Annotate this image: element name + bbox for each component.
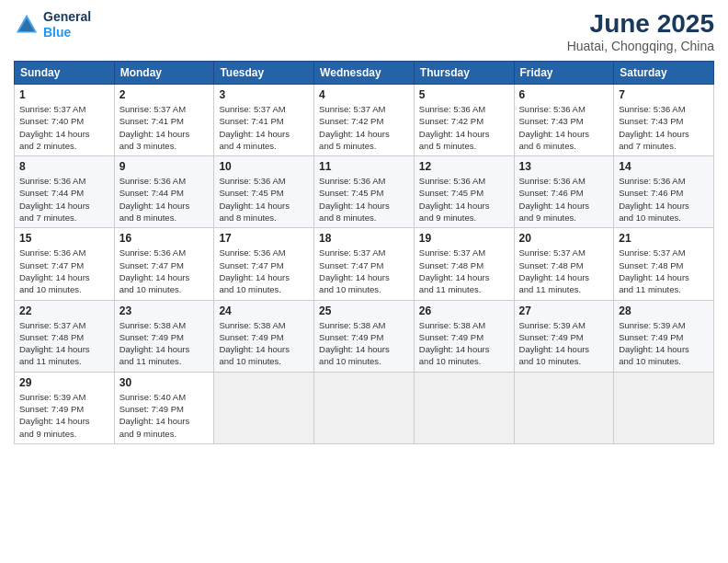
day-info: Sunrise: 5:36 AMSunset: 7:46 PMDaylight:… [619, 175, 709, 224]
day-info: Sunrise: 5:36 AMSunset: 7:43 PMDaylight:… [619, 103, 709, 152]
day-info: Sunrise: 5:37 AMSunset: 7:48 PMDaylight:… [419, 247, 509, 295]
day-number: 19 [419, 232, 509, 245]
calendar-cell-w4-d4: 26Sunrise: 5:38 AMSunset: 7:49 PMDayligh… [414, 300, 514, 372]
calendar-cell-w1-d5: 6Sunrise: 5:36 AMSunset: 7:43 PMDaylight… [514, 85, 614, 156]
day-number: 18 [319, 232, 409, 245]
day-number: 14 [619, 160, 709, 173]
day-info: Sunrise: 5:38 AMSunset: 7:49 PMDaylight:… [319, 319, 409, 368]
day-number: 15 [19, 232, 109, 245]
day-info: Sunrise: 5:37 AMSunset: 7:40 PMDaylight:… [19, 103, 109, 152]
header-saturday: Saturday [614, 62, 714, 85]
calendar-cell-w5-d6 [614, 372, 714, 443]
calendar-cell-w5-d3 [314, 372, 415, 443]
calendar-cell-w3-d4: 19Sunrise: 5:37 AMSunset: 7:48 PMDayligh… [414, 228, 514, 300]
calendar-cell-w3-d2: 17Sunrise: 5:36 AMSunset: 7:47 PMDayligh… [214, 228, 314, 300]
day-number: 21 [619, 232, 709, 245]
day-number: 20 [519, 232, 609, 245]
day-number: 24 [219, 304, 309, 317]
day-info: Sunrise: 5:36 AMSunset: 7:42 PMDaylight:… [419, 103, 509, 152]
day-info: Sunrise: 5:37 AMSunset: 7:41 PMDaylight:… [119, 103, 210, 152]
day-info: Sunrise: 5:38 AMSunset: 7:49 PMDaylight:… [119, 319, 210, 368]
day-number: 12 [419, 160, 509, 173]
day-number: 13 [519, 160, 609, 173]
day-info: Sunrise: 5:37 AMSunset: 7:48 PMDaylight:… [19, 319, 109, 368]
page: General Blue June 2025 Huatai, Chongqing… [0, 0, 728, 563]
day-info: Sunrise: 5:36 AMSunset: 7:45 PMDaylight:… [319, 175, 409, 224]
day-info: Sunrise: 5:37 AMSunset: 7:41 PMDaylight:… [219, 103, 309, 152]
week-row-1: 1Sunrise: 5:37 AMSunset: 7:40 PMDaylight… [15, 85, 714, 156]
calendar-cell-w5-d1: 30Sunrise: 5:40 AMSunset: 7:49 PMDayligh… [114, 372, 214, 443]
day-number: 11 [319, 160, 409, 173]
header-thursday: Thursday [414, 62, 514, 85]
calendar-cell-w4-d5: 27Sunrise: 5:39 AMSunset: 7:49 PMDayligh… [514, 300, 614, 372]
day-number: 9 [119, 160, 210, 173]
day-number: 27 [519, 304, 609, 317]
calendar-cell-w3-d3: 18Sunrise: 5:37 AMSunset: 7:47 PMDayligh… [314, 228, 415, 300]
calendar-cell-w3-d1: 16Sunrise: 5:36 AMSunset: 7:47 PMDayligh… [114, 228, 214, 300]
calendar-cell-w4-d3: 25Sunrise: 5:38 AMSunset: 7:49 PMDayligh… [314, 300, 415, 372]
day-number: 16 [119, 232, 210, 245]
calendar-cell-w4-d6: 28Sunrise: 5:39 AMSunset: 7:49 PMDayligh… [614, 300, 714, 372]
calendar-cell-w5-d5 [514, 372, 614, 443]
day-number: 23 [119, 304, 210, 317]
subtitle: Huatai, Chongqing, China [567, 39, 714, 53]
week-row-4: 22Sunrise: 5:37 AMSunset: 7:48 PMDayligh… [15, 300, 714, 372]
header: General Blue June 2025 Huatai, Chongqing… [14, 9, 714, 53]
header-monday: Monday [114, 62, 214, 85]
day-number: 8 [19, 160, 109, 173]
day-info: Sunrise: 5:37 AMSunset: 7:48 PMDaylight:… [619, 247, 709, 295]
day-info: Sunrise: 5:36 AMSunset: 7:45 PMDaylight:… [419, 175, 509, 224]
day-info: Sunrise: 5:39 AMSunset: 7:49 PMDaylight:… [19, 391, 109, 440]
week-row-2: 8Sunrise: 5:36 AMSunset: 7:44 PMDaylight… [15, 156, 714, 228]
calendar-cell-w1-d4: 5Sunrise: 5:36 AMSunset: 7:42 PMDaylight… [414, 85, 514, 156]
day-number: 28 [619, 304, 709, 317]
calendar: Sunday Monday Tuesday Wednesday Thursday… [14, 61, 714, 444]
day-number: 4 [319, 88, 409, 101]
calendar-cell-w3-d0: 15Sunrise: 5:36 AMSunset: 7:47 PMDayligh… [15, 228, 115, 300]
day-number: 17 [219, 232, 309, 245]
week-row-3: 15Sunrise: 5:36 AMSunset: 7:47 PMDayligh… [15, 228, 714, 300]
day-number: 26 [419, 304, 509, 317]
logo-text: General Blue [43, 9, 91, 40]
header-tuesday: Tuesday [214, 62, 314, 85]
day-info: Sunrise: 5:36 AMSunset: 7:46 PMDaylight:… [519, 175, 609, 224]
day-number: 29 [19, 376, 109, 389]
weekday-header-row: Sunday Monday Tuesday Wednesday Thursday… [15, 62, 714, 85]
day-info: Sunrise: 5:36 AMSunset: 7:47 PMDaylight:… [119, 247, 210, 295]
calendar-cell-w2-d5: 13Sunrise: 5:36 AMSunset: 7:46 PMDayligh… [514, 156, 614, 228]
day-number: 30 [119, 376, 210, 389]
calendar-cell-w5-d2 [214, 372, 314, 443]
day-number: 22 [19, 304, 109, 317]
day-number: 3 [219, 88, 309, 101]
week-row-5: 29Sunrise: 5:39 AMSunset: 7:49 PMDayligh… [15, 372, 714, 443]
day-info: Sunrise: 5:38 AMSunset: 7:49 PMDaylight:… [219, 319, 309, 368]
calendar-cell-w3-d5: 20Sunrise: 5:37 AMSunset: 7:48 PMDayligh… [514, 228, 614, 300]
day-info: Sunrise: 5:36 AMSunset: 7:47 PMDaylight:… [219, 247, 309, 295]
day-number: 5 [419, 88, 509, 101]
day-info: Sunrise: 5:40 AMSunset: 7:49 PMDaylight:… [119, 391, 210, 440]
calendar-cell-w4-d1: 23Sunrise: 5:38 AMSunset: 7:49 PMDayligh… [114, 300, 214, 372]
calendar-cell-w1-d3: 4Sunrise: 5:37 AMSunset: 7:42 PMDaylight… [314, 85, 415, 156]
day-info: Sunrise: 5:39 AMSunset: 7:49 PMDaylight:… [519, 319, 609, 368]
day-info: Sunrise: 5:38 AMSunset: 7:49 PMDaylight:… [419, 319, 509, 368]
day-info: Sunrise: 5:37 AMSunset: 7:48 PMDaylight:… [519, 247, 609, 295]
main-title: June 2025 [567, 9, 714, 39]
day-info: Sunrise: 5:37 AMSunset: 7:47 PMDaylight:… [319, 247, 409, 295]
day-info: Sunrise: 5:37 AMSunset: 7:42 PMDaylight:… [319, 103, 409, 152]
day-number: 10 [219, 160, 309, 173]
calendar-cell-w2-d3: 11Sunrise: 5:36 AMSunset: 7:45 PMDayligh… [314, 156, 415, 228]
day-number: 1 [19, 88, 109, 101]
day-number: 25 [319, 304, 409, 317]
calendar-cell-w3-d6: 21Sunrise: 5:37 AMSunset: 7:48 PMDayligh… [614, 228, 714, 300]
header-wednesday: Wednesday [314, 62, 415, 85]
day-number: 2 [119, 88, 210, 101]
calendar-cell-w1-d1: 2Sunrise: 5:37 AMSunset: 7:41 PMDaylight… [114, 85, 214, 156]
logo-icon [14, 12, 40, 38]
calendar-cell-w5-d4 [414, 372, 514, 443]
day-info: Sunrise: 5:36 AMSunset: 7:43 PMDaylight:… [519, 103, 609, 152]
calendar-cell-w1-d0: 1Sunrise: 5:37 AMSunset: 7:40 PMDaylight… [15, 85, 115, 156]
day-info: Sunrise: 5:36 AMSunset: 7:47 PMDaylight:… [19, 247, 109, 295]
calendar-cell-w2-d0: 8Sunrise: 5:36 AMSunset: 7:44 PMDaylight… [15, 156, 115, 228]
day-info: Sunrise: 5:36 AMSunset: 7:44 PMDaylight:… [19, 175, 109, 224]
calendar-cell-w2-d4: 12Sunrise: 5:36 AMSunset: 7:45 PMDayligh… [414, 156, 514, 228]
